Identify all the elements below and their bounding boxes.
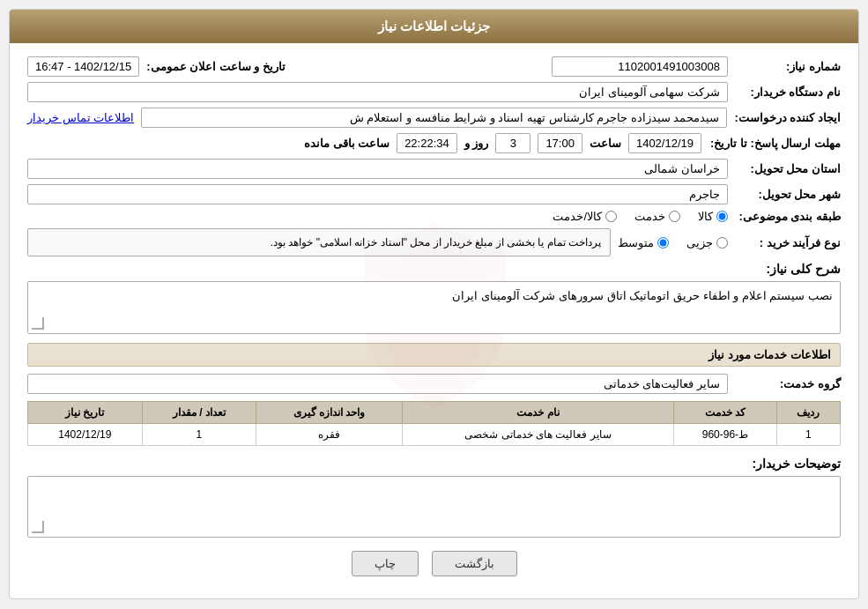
ijadKonande-label: ایجاد کننده درخواست:: [734, 111, 841, 124]
col-tedad: تعداد / مقدار: [142, 402, 256, 424]
sharhKoli-label: شرح کلی نیاز:: [735, 262, 841, 276]
col-radif: ردیف: [776, 402, 840, 424]
shomareNiaz-value: 1102001491003008: [552, 56, 728, 77]
col-kod: کد خدمت: [674, 402, 777, 424]
tabaqe-kala-khadamat-item[interactable]: کالا/خدمت: [553, 210, 617, 223]
table-header-row: ردیف کد خدمت نام خدمت واحد اندازه گیری ت…: [28, 402, 841, 424]
noeFarayand-label: نوع فرآیند خرید :: [735, 236, 841, 249]
row-shomre-tarikh: شماره نیاز: 1102001491003008 تاریخ و ساع…: [27, 56, 841, 77]
services-table: ردیف کد خدمت نام خدمت واحد اندازه گیری ت…: [27, 401, 841, 446]
tarikh-label: تاریخ و ساعت اعلان عمومی:: [146, 60, 286, 73]
tabaqe-kala-khadamat-radio[interactable]: [605, 211, 617, 222]
ostan-label: استان محل تحویل:: [735, 162, 841, 175]
noeFarayand-motavasset-radio[interactable]: [657, 237, 669, 249]
back-button[interactable]: بازگشت: [432, 551, 517, 576]
ijadKonande-link[interactable]: اطلاعات تماس خریدار: [27, 111, 134, 124]
tosifat-box-wrapper: [27, 476, 841, 538]
noeFarayand-motavasset-item[interactable]: متوسط: [618, 236, 669, 249]
tabaqe-kala-radio[interactable]: [716, 211, 728, 222]
mohlatErsal-time-label: ساعت: [590, 137, 621, 150]
row-tabaqe: طبقه بندی موضوعی: کالا خدمت کالا/خدمت: [27, 210, 841, 223]
page-wrapper: جزئیات اطلاعات نیاز A شماره نیاز: 110200…: [0, 0, 868, 609]
main-card: جزئیات اطلاعات نیاز A شماره نیاز: 110200…: [9, 9, 859, 599]
btn-row: بازگشت چاپ: [27, 551, 841, 585]
mohlatErsal-saat: 22:22:34: [397, 133, 457, 153]
row-grohe: گروه خدمت: سایر فعالیت‌های خدماتی: [27, 374, 841, 394]
tabaqe-kala-item[interactable]: کالا: [698, 210, 728, 223]
namDastgah-label: نام دستگاه خریدار:: [735, 85, 841, 99]
header-title: جزئیات اطلاعات نیاز: [378, 19, 490, 33]
row-shahr: شهر محل تحویل: جاجرم: [27, 184, 841, 204]
shahr-label: شهر محل تحویل:: [735, 188, 841, 201]
mohlatErsal-time: 17:00: [538, 133, 582, 153]
tabaqe-khadamat-label: خدمت: [634, 210, 665, 223]
row-ostan: استان محل تحویل: خراسان شمالی: [27, 159, 841, 179]
cell-tarikh: 1402/12/19: [28, 424, 143, 446]
cell-radif: 1: [776, 424, 840, 446]
ijadKonande-value: سیدمحمد سیدزاده جاجرم کارشناس تهیه اسناد…: [141, 108, 727, 128]
tarikh-value: 1402/12/15 - 16:47: [27, 56, 139, 77]
tabaqe-label: طبقه بندی موضوعی:: [735, 210, 841, 223]
cell-kodKhadamat: ط-96-960: [674, 424, 777, 446]
print-button[interactable]: چاپ: [352, 551, 419, 576]
noeFarayand-jozi-label: جزیی: [686, 236, 713, 249]
ostan-value: خراسان شمالی: [27, 159, 728, 179]
row-noe-farayand: نوع فرآیند خرید : جزیی متوسط پرداخت تمام…: [27, 228, 841, 256]
noeFarayand-jozi-radio[interactable]: [716, 237, 728, 249]
shomareNiaz-label: شماره نیاز:: [735, 60, 841, 73]
row-ijad: ایجاد کننده درخواست: سیدمحمد سیدزاده جاج…: [27, 108, 841, 128]
card-body: A شماره نیاز: 1102001491003008 تاریخ و س…: [10, 43, 858, 598]
cell-vahed: فقره: [256, 424, 403, 446]
noeFarayand-motavasset-label: متوسط: [618, 236, 654, 249]
mohlatErsal-roz: 3: [495, 133, 530, 153]
tosifat-label: توضیحات خریدار:: [735, 457, 841, 471]
namDastgah-value: شرکت سهامی آلومینای ایران: [27, 82, 728, 102]
row-nam-dastgah: نام دستگاه خریدار: شرکت سهامی آلومینای ا…: [27, 82, 841, 102]
groheKhadamat-value: سایر فعالیت‌های خدماتی: [27, 374, 728, 394]
tabaqe-radio-group: کالا خدمت کالا/خدمت: [553, 210, 728, 223]
noeFarayand-notice: پرداخت تمام یا بخشی از مبلغ خریدار از مح…: [27, 228, 611, 256]
shahr-value: جاجرم: [27, 184, 728, 204]
cell-tedad: 1: [142, 424, 256, 446]
mohlatErsal-date: 1402/12/19: [628, 133, 701, 153]
card-header: جزئیات اطلاعات نیاز: [10, 10, 858, 43]
sharhKoli-box-wrapper: نصب سیستم اعلام و اطفاء حریق اتوماتیک ات…: [27, 281, 841, 334]
tabaqe-kala-khadamat-label: کالا/خدمت: [553, 210, 602, 223]
col-vahed: واحد اندازه گیری: [256, 402, 403, 424]
mohlatErsal-label: مهلت ارسال پاسخ: تا تاریخ:: [708, 137, 841, 150]
services-section-title: اطلاعات خدمات مورد نیاز: [27, 343, 841, 367]
row-sharh: شرح کلی نیاز:: [27, 262, 841, 276]
groheKhadamat-label: گروه خدمت:: [735, 377, 841, 390]
noeFarayand-radio-group: جزیی متوسط: [618, 236, 728, 249]
mohlatErsal-roz-label: روز و: [464, 137, 489, 150]
mohlatErsal-saat-label: ساعت باقی مانده: [304, 137, 389, 150]
tosifat-box: [27, 476, 841, 538]
tabaqe-khadamat-radio[interactable]: [669, 211, 680, 222]
row-tosifat: توضیحات خریدار:: [27, 457, 841, 471]
tabaqe-khadamat-item[interactable]: خدمت: [634, 210, 680, 223]
table-row: 1ط-96-960سایر فعالیت های خدماتی شخصیفقره…: [28, 424, 841, 446]
cell-namKhadamat: سایر فعالیت های خدماتی شخصی: [402, 424, 673, 446]
col-tarikh: تاریخ نیاز: [28, 402, 143, 424]
col-nam: نام خدمت: [402, 402, 673, 424]
tabaqe-kala-label: کالا: [698, 210, 713, 223]
row-mohlat: مهلت ارسال پاسخ: تا تاریخ: 1402/12/19 سا…: [27, 133, 841, 153]
noeFarayand-jozi-item[interactable]: جزیی: [686, 236, 728, 249]
sharhKoli-value: نصب سیستم اعلام و اطفاء حریق اتوماتیک ات…: [27, 281, 841, 334]
